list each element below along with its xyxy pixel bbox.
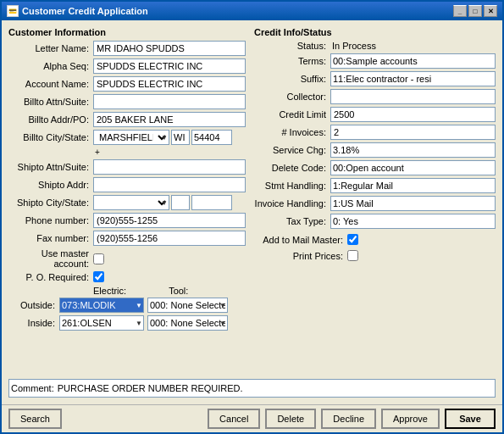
billto-city-select-wrap: MARSHFIELD ▼ [93,130,169,145]
invoice-handling-label: Invoice Handling: [254,198,330,209]
outside-electric-select[interactable]: 073:MLODIK [59,298,144,313]
service-chg-row: Service Chg: 3.18% [254,142,496,158]
inside-tool-wrap: 000: None Selecte ▼ [147,315,228,331]
num-invoices-input[interactable] [330,125,496,140]
et-header: Electric: Tool: [93,286,246,296]
fax-label: Fax number: [8,233,93,243]
shipto-addr-label: Shipto Addr: [8,180,93,190]
fax-input[interactable] [93,231,246,246]
tool-col-label: Tool: [169,286,188,296]
use-master-label: Use master account: [8,248,93,269]
close-button[interactable]: ✕ [484,5,497,17]
service-chg-select[interactable]: 3.18% [330,142,496,158]
decline-button[interactable]: Decline [321,409,376,429]
tax-type-select[interactable]: 0: Yes [330,214,496,229]
shipto-city-select[interactable] [93,195,169,210]
tax-type-row: Tax Type: 0: Yes [254,214,496,229]
stmt-handling-label: Stmt Handling: [254,181,330,191]
service-chg-label: Service Chg: [254,145,330,155]
billto-attn-input[interactable] [93,94,246,109]
billto-city-label: Billto City/State: [8,132,93,142]
inside-label: Inside: [8,318,59,328]
cancel-button[interactable]: Cancel [208,409,260,429]
inside-tool-select[interactable]: 000: None Selecte [147,315,228,331]
plus-sign: + [93,147,100,157]
stmt-handling-select[interactable]: 1:Regular Mail [330,178,496,193]
suffix-label: Suffix: [254,74,330,84]
search-button[interactable]: Search [8,409,62,429]
add-to-mail-row: Add to Mail Master: [254,234,496,245]
service-chg-select-wrap: 3.18% [330,142,496,158]
shipto-state-input[interactable] [171,195,190,210]
stmt-handling-row: Stmt Handling: 1:Regular Mail [254,178,496,193]
terms-row: Terms: 00:Sample accounts [254,53,496,69]
credit-info-title: Credit Info/Status [254,27,496,37]
suffix-select[interactable]: 11:Elec contractor - resi [330,71,496,86]
approve-button[interactable]: Approve [381,409,440,429]
po-required-row: P. O. Required: [8,271,246,282]
suffix-select-wrap: 11:Elec contractor - resi [330,71,496,86]
billto-addr-input[interactable] [93,112,246,127]
add-to-mail-label: Add to Mail Master: [254,235,347,245]
save-button[interactable]: Save [445,409,496,429]
print-prices-checkbox[interactable] [347,250,358,261]
use-master-checkbox[interactable] [93,253,104,264]
invoice-handling-select-wrap: 1:US Mail [330,196,496,211]
print-prices-row: Print Prices: [254,250,496,261]
po-required-checkbox[interactable] [93,271,104,282]
comment-input[interactable] [58,383,493,393]
comment-label: Comment: [11,383,58,393]
status-row: Status: In Process [254,41,496,51]
outside-tool-select[interactable]: 000: None Selecte [147,298,228,313]
delete-button[interactable]: Delete [265,409,316,429]
billto-city-select[interactable]: MARSHFIELD [93,130,169,145]
delete-code-label: Delete Code: [254,163,330,173]
delete-code-select[interactable]: 00:Open account [330,160,496,175]
customer-info-panel: Customer Information Letter Name: Alpha … [8,27,246,372]
window-title: Customer Credit Application [22,6,148,16]
credit-limit-label: Credit Limit [254,109,330,120]
shipto-city-label: Shipto City/State: [8,198,93,208]
alpha-seq-row: Alpha Seq: [8,58,246,74]
minimize-button[interactable]: _ [453,5,467,17]
shipto-attn-input[interactable] [93,159,246,175]
collector-select[interactable] [330,89,496,104]
status-label: Status: [254,41,330,51]
billto-state-input[interactable] [171,130,190,145]
invoice-handling-row: Invoice Handling: 1:US Mail [254,196,496,211]
shipto-zip-input[interactable] [191,195,232,210]
billto-zip-input[interactable] [191,130,232,145]
inside-electric-select[interactable]: 261:OLSEN [59,315,144,331]
tax-type-select-wrap: 0: Yes [330,214,496,229]
num-invoices-label: # Invoices: [254,127,330,137]
credit-limit-input[interactable] [330,107,496,122]
shipto-attn-row: Shipto Attn/Suite: [8,159,246,175]
alpha-seq-label: Alpha Seq: [8,61,93,71]
shipto-addr-input[interactable] [93,177,246,192]
use-master-row: Use master account: [8,248,246,269]
terms-select[interactable]: 00:Sample accounts [330,53,496,69]
phone-row: Phone number: [8,213,246,228]
tax-type-label: Tax Type: [254,216,330,226]
account-name-label: Account Name: [8,79,93,89]
letter-name-label: Letter Name: [8,43,93,53]
phone-input[interactable] [93,213,246,228]
invoice-handling-select[interactable]: 1:US Mail [330,196,496,211]
account-name-input[interactable] [93,76,246,92]
po-required-label: P. O. Required: [8,272,93,282]
add-to-mail-checkbox[interactable] [347,234,358,245]
letter-name-input[interactable] [93,41,246,56]
inside-electric-wrap: 261:OLSEN ▼ [59,315,144,331]
alpha-seq-input[interactable] [93,58,246,74]
main-area: Customer Information Letter Name: Alpha … [8,27,496,372]
outside-electric-wrap: 073:MLODIK ▼ [59,298,144,313]
billto-addr-row: Billto Addr/PO: [8,112,246,127]
collector-row: Collector: [254,89,496,104]
title-bar: 💳 Customer Credit Application _ □ ✕ [2,2,502,20]
window-icon: 💳 [7,5,19,17]
inside-row: Inside: 261:OLSEN ▼ 000: None Selecte ▼ [8,315,246,331]
delete-code-select-wrap: 00:Open account [330,160,496,175]
electric-col-label: Electric: [93,286,126,296]
maximize-button[interactable]: □ [468,5,482,17]
stmt-handling-select-wrap: 1:Regular Mail [330,178,496,193]
